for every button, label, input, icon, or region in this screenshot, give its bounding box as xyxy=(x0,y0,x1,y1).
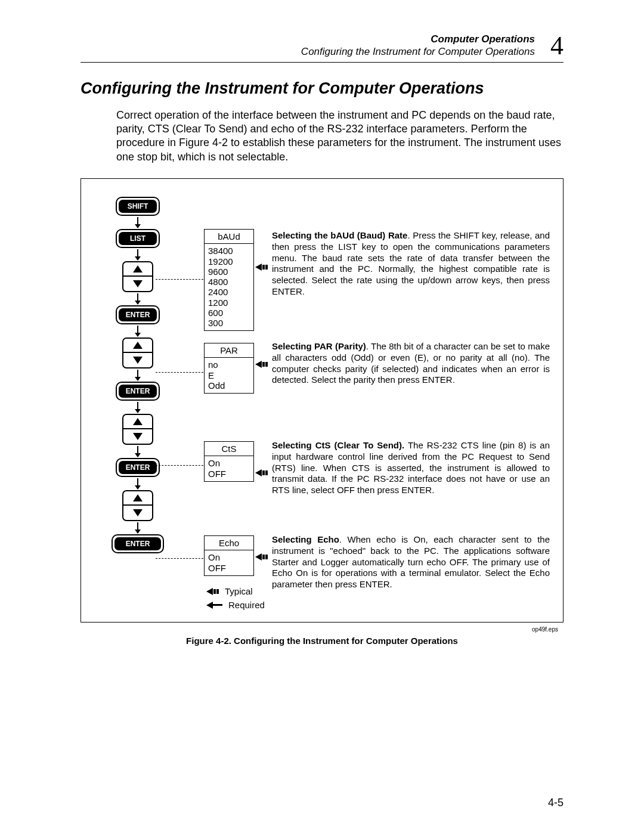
shift-key-label: SHIFT xyxy=(119,200,157,213)
flow-arrow-down-icon xyxy=(137,370,138,380)
flow-arrow-down-icon xyxy=(137,217,138,228)
updown-keys xyxy=(122,261,153,292)
section-title: Configuring the Instrument for Computer … xyxy=(80,79,564,98)
page: Computer Operations Configuring the Inst… xyxy=(0,0,644,670)
cts-desc-bold: Selecting CtS (Clear To Send). xyxy=(272,440,404,450)
legend-required-label: Required xyxy=(228,600,265,610)
flow-arrow-down-icon xyxy=(137,249,138,260)
down-arrow-key xyxy=(122,506,153,521)
triangle-up-icon xyxy=(133,265,143,272)
triangle-up-icon xyxy=(133,494,143,501)
enter-key-label: ENTER xyxy=(119,461,157,474)
figure-box: SHIFT LIST ENTER xyxy=(80,178,564,623)
up-arrow-key xyxy=(122,414,153,429)
echo-desc-bold: Selecting Echo xyxy=(272,534,339,544)
cts-description: Selecting CtS (Clear To Send). The RS-23… xyxy=(272,440,550,496)
chapter-number: 4 xyxy=(550,29,564,62)
enter-key-label: ENTER xyxy=(119,308,157,321)
baud-options-box: bAUd 38400 19200 9600 4800 2400 1200 600… xyxy=(204,229,254,331)
flow-arrow-down-icon xyxy=(137,522,138,533)
triangle-down-icon xyxy=(133,357,143,364)
cts-options-values: On OFF xyxy=(205,456,253,481)
triangle-down-icon xyxy=(133,433,143,440)
enter-key-label: ENTER xyxy=(119,385,157,398)
shift-key: SHIFT xyxy=(116,197,160,216)
triangle-up-icon xyxy=(133,342,143,349)
triangle-down-icon xyxy=(133,280,143,287)
legend-typical-row: Typical xyxy=(206,586,265,596)
baud-options-title: bAUd xyxy=(205,230,253,244)
default-pointer-icon xyxy=(255,361,268,368)
flow-arrow-down-icon xyxy=(137,293,138,304)
par-options-title: PAR xyxy=(205,343,253,358)
triangle-down-icon xyxy=(133,509,143,516)
figure-caption: Figure 4-2. Configuring the Instrument f… xyxy=(80,636,564,646)
dashed-connector xyxy=(156,279,203,280)
up-arrow-key xyxy=(122,490,153,506)
legend-required-row: Required xyxy=(206,600,265,610)
baud-description: Selecting the bAUd (Baud) Rate. Press th… xyxy=(272,230,550,298)
par-options-box: PAR no E Odd xyxy=(204,343,254,394)
list-key: LIST xyxy=(116,229,160,248)
dashed-connector xyxy=(156,372,203,373)
enter-key-label: ENTER xyxy=(114,537,161,550)
par-options-values: no E Odd xyxy=(205,358,253,393)
eps-filename-label: op49f.eps xyxy=(532,626,558,633)
cts-options-title: CtS xyxy=(205,442,253,456)
dashed-connector xyxy=(156,465,203,466)
echo-options-values: On OFF xyxy=(205,550,253,575)
default-pointer-icon xyxy=(255,264,268,271)
typical-arrow-icon xyxy=(206,588,219,595)
par-description: Selecting PAR (Parity). The 8th bit of a… xyxy=(272,341,550,386)
arrow-legend: Typical Required xyxy=(206,583,265,610)
enter-key: ENTER xyxy=(116,382,160,401)
down-arrow-key xyxy=(122,429,153,445)
header-rule xyxy=(80,62,564,63)
updown-keys xyxy=(122,414,153,445)
list-key-label: LIST xyxy=(119,232,157,245)
header-chapter-title: Computer Operations xyxy=(80,33,535,45)
cts-options-box: CtS On OFF xyxy=(204,441,254,482)
intro-paragraph: Correct operation of the interface betwe… xyxy=(116,109,564,165)
enter-key: ENTER xyxy=(112,534,164,553)
required-arrow-icon xyxy=(206,602,222,609)
enter-key: ENTER xyxy=(116,305,160,324)
baud-desc-bold: Selecting the bAUd (Baud) Rate xyxy=(272,230,407,240)
echo-options-box: Echo On OFF xyxy=(204,535,254,576)
key-sequence-column: SHIFT LIST ENTER xyxy=(116,197,160,553)
page-number: 4-5 xyxy=(548,797,564,809)
flow-arrow-down-icon xyxy=(137,402,138,413)
up-arrow-key xyxy=(122,337,153,353)
header-section-line: Configuring the Instrument for Computer … xyxy=(80,45,535,58)
par-desc-bold: Selecting PAR (Parity) xyxy=(272,341,366,351)
legend-typical-label: Typical xyxy=(225,586,253,596)
updown-keys xyxy=(122,490,153,521)
enter-key: ENTER xyxy=(116,458,160,477)
updown-keys xyxy=(122,337,153,368)
default-pointer-icon xyxy=(255,469,268,476)
default-pointer-icon xyxy=(255,553,268,561)
dashed-connector xyxy=(156,558,203,559)
triangle-up-icon xyxy=(133,418,143,425)
down-arrow-key xyxy=(122,353,153,368)
flow-arrow-down-icon xyxy=(137,446,138,457)
down-arrow-key xyxy=(122,277,153,292)
flow-arrow-down-icon xyxy=(137,478,138,489)
flow-arrow-down-icon xyxy=(137,326,138,336)
echo-description: Selecting Echo. When echo is On, each ch… xyxy=(272,534,550,590)
running-header: Computer Operations Configuring the Inst… xyxy=(80,33,564,58)
up-arrow-key xyxy=(122,261,153,277)
baud-options-values: 38400 19200 9600 4800 2400 1200 600 300 xyxy=(205,244,253,330)
echo-options-title: Echo xyxy=(205,536,253,550)
